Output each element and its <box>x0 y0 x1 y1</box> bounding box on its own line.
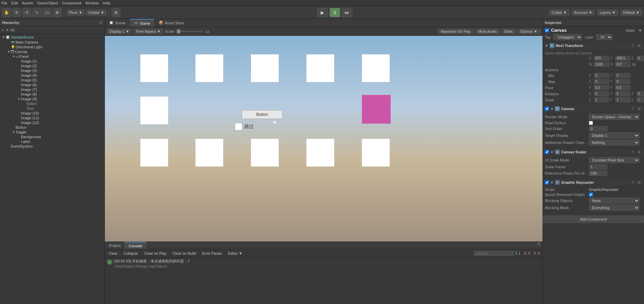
menu-file[interactable]: File <box>1 1 7 5</box>
account-dropdown[interactable]: Account ▼ <box>572 9 595 16</box>
object-active-checkbox[interactable] <box>545 28 549 32</box>
blocking-objects-select[interactable]: None <box>589 198 640 204</box>
hierarchy-item-label[interactable]: Label <box>0 139 105 144</box>
scale-thumb[interactable] <box>177 29 180 33</box>
layout-dropdown[interactable]: Default ▼ <box>621 9 642 16</box>
editor-btn[interactable]: Editor ▼ <box>226 251 245 256</box>
step-button[interactable]: ⏭ <box>342 8 352 17</box>
static-dropdown[interactable]: ▼ <box>638 28 642 32</box>
scale-tool[interactable]: ⤡ <box>32 8 41 17</box>
hierarchy-add-btn[interactable]: + <box>1 27 4 33</box>
hierarchy-menu[interactable]: ☰ <box>99 21 102 24</box>
hierarchy-item-image7[interactable]: Image (7) <box>0 87 105 92</box>
maximize-btn[interactable]: Maximize On Play <box>438 29 474 34</box>
hierarchy-item-dirlight[interactable]: 💡 Directional Light <box>0 45 105 49</box>
hierarchy-item-image12[interactable]: Image (12) <box>0 120 105 125</box>
hierarchy-item-eventsystem[interactable]: EventSystem <box>0 144 105 149</box>
add-component-btn[interactable]: Add Component <box>543 216 644 223</box>
hierarchy-item-samplescene[interactable]: ▼ 🔲 SampleScene <box>0 34 105 40</box>
hierarchy-item-toggle[interactable]: ▼ Toggle <box>0 130 105 134</box>
pos-x-input[interactable] <box>594 56 609 61</box>
hierarchy-item-button[interactable]: Button <box>0 125 105 130</box>
extra-tool1[interactable]: ⊞ <box>112 8 120 17</box>
move-tool[interactable]: ✛ <box>12 8 21 17</box>
canvas-settings-icon[interactable]: ⚙ <box>637 106 642 111</box>
clear-btn[interactable]: Clear <box>106 251 120 256</box>
raycaster-settings-icon[interactable]: ⚙ <box>637 180 642 185</box>
clear-on-build-btn[interactable]: Clear on Build <box>170 251 198 256</box>
target-display-select[interactable]: Display 1 <box>589 132 640 138</box>
width-input[interactable] <box>594 62 609 67</box>
anchor-miny-input[interactable] <box>615 73 630 78</box>
global-dropdown[interactable]: Global ▼ <box>86 9 107 16</box>
hierarchy-item-image3[interactable]: Image (3) <box>0 68 105 73</box>
hierarchy-item-image9[interactable]: ▼ Image (9) <box>0 97 105 101</box>
scale-factor-input[interactable] <box>589 164 607 170</box>
game-toggle-box[interactable] <box>235 123 242 130</box>
hierarchy-item-image2[interactable]: Image (2) <box>0 64 105 68</box>
tab-scene[interactable]: 🔲 Scene <box>105 19 130 27</box>
lock-icon[interactable]: ⊞ <box>632 62 636 67</box>
pos-y-input[interactable] <box>615 56 630 61</box>
mute-btn[interactable]: Mute Audio <box>475 29 500 34</box>
error-pause-btn[interactable]: Error Pause <box>200 251 224 256</box>
pivot-dropdown[interactable]: Pivot ▼ <box>67 9 85 16</box>
menu-window[interactable]: Window <box>85 1 98 5</box>
pause-button[interactable]: ⏸ <box>329 8 340 17</box>
hierarchy-item-image5[interactable]: Image (5) <box>0 78 105 82</box>
scaler-enabled-checkbox[interactable] <box>545 150 549 154</box>
sort-order-input[interactable] <box>589 126 607 131</box>
canvas-info-icon[interactable]: ? <box>630 106 635 111</box>
rot-y-input[interactable] <box>615 91 630 96</box>
hierarchy-item-image10[interactable]: Image (10) <box>0 111 105 116</box>
menu-assets[interactable]: Assets <box>22 1 33 5</box>
pivot-y-input[interactable] <box>615 85 630 90</box>
height-input[interactable] <box>615 62 630 67</box>
play-button[interactable]: ▶ <box>317 8 328 17</box>
menu-edit[interactable]: Edit <box>12 1 18 5</box>
raycaster-enabled-checkbox[interactable] <box>545 180 549 184</box>
hierarchy-item-turn[interactable]: Turn <box>0 106 105 111</box>
tab-assetstore[interactable]: 📦 Asset Store <box>155 19 188 27</box>
stats-btn[interactable]: Stats <box>501 29 516 34</box>
hierarchy-item-image6[interactable]: Image (6) <box>0 82 105 87</box>
scale-track[interactable] <box>176 31 203 32</box>
hierarchy-item-canvas[interactable]: ▼ 🗖 Canvas <box>0 49 105 54</box>
layers-dropdown[interactable]: Layers ▼ <box>597 9 618 16</box>
layer-select[interactable]: UI <box>596 34 613 40</box>
anchor-maxy-input[interactable] <box>615 79 630 84</box>
menu-help[interactable]: Help <box>102 1 110 5</box>
scale-y-input[interactable] <box>615 97 630 102</box>
render-mode-select[interactable]: Screen Space - Overlay <box>589 114 640 120</box>
menu-gameobject[interactable]: GameObject <box>37 1 58 5</box>
hierarchy-item-image4[interactable]: Image (4) <box>0 73 105 78</box>
collab-dropdown[interactable]: Collab ▼ <box>549 9 569 16</box>
tab-project[interactable]: Project <box>105 242 124 249</box>
rect-settings-icon[interactable]: ⚙ <box>637 43 642 48</box>
hierarchy-item-image1[interactable]: Image (1) <box>0 59 105 64</box>
console-message-0[interactable]: i [20:49:33] 开始抽奖，本次抽奖机到的ID是：7 UnityEngi… <box>106 258 541 270</box>
rotate-tool[interactable]: ↺ <box>22 8 31 17</box>
tab-console[interactable]: Console <box>124 242 146 249</box>
hierarchy-item-panel[interactable]: ▼ ▭ Panel <box>0 54 105 59</box>
transform-tool[interactable]: ⊕ <box>53 8 62 17</box>
display-dropdown[interactable]: Display 1 ▼ <box>107 29 132 34</box>
canvas-enabled-checkbox[interactable] <box>545 107 549 111</box>
hierarchy-item-image11[interactable]: Image (11) <box>0 116 105 120</box>
hierarchy-item-select[interactable]: Select <box>0 101 105 106</box>
scaler-settings-icon[interactable]: ⚙ <box>637 149 642 155</box>
console-search[interactable] <box>474 251 514 256</box>
rect-info-icon[interactable]: ? <box>630 43 635 48</box>
hand-tool[interactable]: ✋ <box>2 8 11 17</box>
rect-tool[interactable]: ▭ <box>43 8 51 17</box>
game-button[interactable]: Button <box>242 110 282 119</box>
collapse-btn[interactable]: Collapse <box>121 251 140 256</box>
pixel-perfect-checkbox[interactable] <box>589 121 593 125</box>
hierarchy-item-image8[interactable]: Image (8) <box>0 92 105 97</box>
canvas-comp-header[interactable]: ▼ 🗖 Canvas ? ⚙ <box>543 105 644 112</box>
canvas-scaler-header[interactable]: ▼ ⊞ Canvas Scaler ? ⚙ <box>543 148 644 156</box>
pivot-x-input[interactable] <box>594 85 609 90</box>
tab-game[interactable]: 🎮 Game <box>130 19 155 27</box>
scaler-info-icon[interactable]: ? <box>630 149 635 155</box>
shader-chan-select[interactable]: Nothing <box>589 140 640 146</box>
